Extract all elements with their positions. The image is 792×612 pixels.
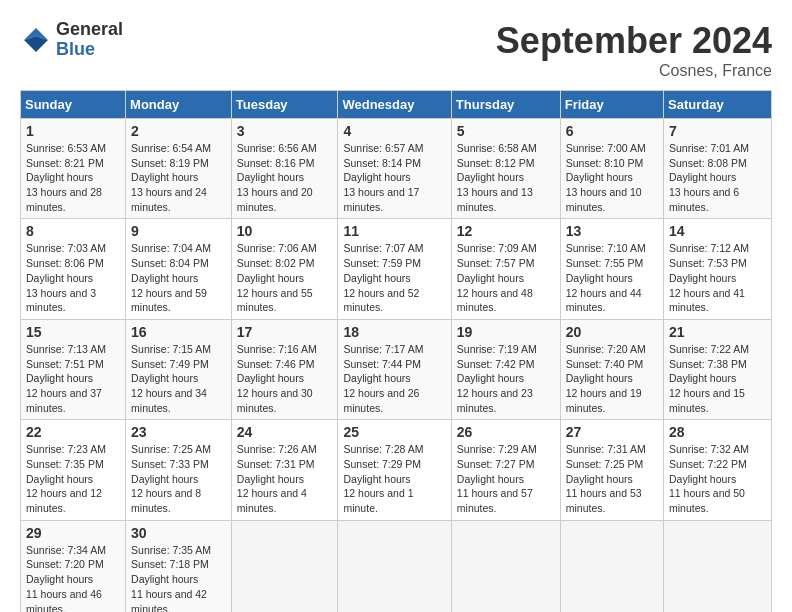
calendar-cell: 21 Sunrise: 7:22 AMSunset: 7:38 PMDaylig… [664, 319, 772, 419]
weekday-header: Tuesday [231, 91, 338, 119]
calendar-cell: 10 Sunrise: 7:06 AMSunset: 8:02 PMDaylig… [231, 219, 338, 319]
calendar-week-row: 29 Sunrise: 7:34 AMSunset: 7:20 PMDaylig… [21, 520, 772, 612]
day-info: Sunrise: 7:17 AMSunset: 7:44 PMDaylight … [343, 343, 423, 414]
calendar-cell: 24 Sunrise: 7:26 AMSunset: 7:31 PMDaylig… [231, 420, 338, 520]
day-info: Sunrise: 7:04 AMSunset: 8:04 PMDaylight … [131, 242, 211, 313]
day-number: 15 [26, 324, 120, 340]
weekday-header: Friday [560, 91, 663, 119]
calendar-cell: 19 Sunrise: 7:19 AMSunset: 7:42 PMDaylig… [451, 319, 560, 419]
calendar-cell [664, 520, 772, 612]
day-info: Sunrise: 7:32 AMSunset: 7:22 PMDaylight … [669, 443, 749, 514]
day-number: 17 [237, 324, 333, 340]
day-info: Sunrise: 7:28 AMSunset: 7:29 PMDaylight … [343, 443, 423, 514]
day-info: Sunrise: 7:12 AMSunset: 7:53 PMDaylight … [669, 242, 749, 313]
weekday-header: Thursday [451, 91, 560, 119]
calendar-cell [560, 520, 663, 612]
calendar-cell [451, 520, 560, 612]
day-number: 23 [131, 424, 226, 440]
calendar-cell: 23 Sunrise: 7:25 AMSunset: 7:33 PMDaylig… [126, 420, 232, 520]
day-info: Sunrise: 7:10 AMSunset: 7:55 PMDaylight … [566, 242, 646, 313]
day-number: 8 [26, 223, 120, 239]
day-info: Sunrise: 7:15 AMSunset: 7:49 PMDaylight … [131, 343, 211, 414]
calendar-cell [338, 520, 451, 612]
calendar-cell: 4 Sunrise: 6:57 AMSunset: 8:14 PMDayligh… [338, 119, 451, 219]
calendar-cell: 17 Sunrise: 7:16 AMSunset: 7:46 PMDaylig… [231, 319, 338, 419]
day-info: Sunrise: 7:26 AMSunset: 7:31 PMDaylight … [237, 443, 317, 514]
calendar-cell: 16 Sunrise: 7:15 AMSunset: 7:49 PMDaylig… [126, 319, 232, 419]
day-number: 13 [566, 223, 658, 239]
day-info: Sunrise: 7:06 AMSunset: 8:02 PMDaylight … [237, 242, 317, 313]
location-title: Cosnes, France [496, 62, 772, 80]
logo: General Blue [20, 20, 123, 60]
day-info: Sunrise: 7:35 AMSunset: 7:18 PMDaylight … [131, 544, 211, 612]
weekday-header-row: SundayMondayTuesdayWednesdayThursdayFrid… [21, 91, 772, 119]
month-title: September 2024 [496, 20, 772, 62]
weekday-header: Wednesday [338, 91, 451, 119]
day-number: 11 [343, 223, 445, 239]
day-info: Sunrise: 6:54 AMSunset: 8:19 PMDaylight … [131, 142, 211, 213]
day-number: 12 [457, 223, 555, 239]
calendar-cell: 18 Sunrise: 7:17 AMSunset: 7:44 PMDaylig… [338, 319, 451, 419]
calendar-week-row: 1 Sunrise: 6:53 AMSunset: 8:21 PMDayligh… [21, 119, 772, 219]
calendar-cell: 15 Sunrise: 7:13 AMSunset: 7:51 PMDaylig… [21, 319, 126, 419]
logo-general: General [56, 20, 123, 40]
calendar-cell: 25 Sunrise: 7:28 AMSunset: 7:29 PMDaylig… [338, 420, 451, 520]
day-info: Sunrise: 7:03 AMSunset: 8:06 PMDaylight … [26, 242, 106, 313]
calendar-cell: 27 Sunrise: 7:31 AMSunset: 7:25 PMDaylig… [560, 420, 663, 520]
calendar-cell: 28 Sunrise: 7:32 AMSunset: 7:22 PMDaylig… [664, 420, 772, 520]
day-number: 30 [131, 525, 226, 541]
day-info: Sunrise: 7:01 AMSunset: 8:08 PMDaylight … [669, 142, 749, 213]
day-info: Sunrise: 6:56 AMSunset: 8:16 PMDaylight … [237, 142, 317, 213]
day-number: 3 [237, 123, 333, 139]
logo-text: General Blue [56, 20, 123, 60]
day-number: 7 [669, 123, 766, 139]
calendar-cell: 29 Sunrise: 7:34 AMSunset: 7:20 PMDaylig… [21, 520, 126, 612]
calendar-week-row: 8 Sunrise: 7:03 AMSunset: 8:06 PMDayligh… [21, 219, 772, 319]
calendar-cell: 11 Sunrise: 7:07 AMSunset: 7:59 PMDaylig… [338, 219, 451, 319]
day-number: 26 [457, 424, 555, 440]
calendar-cell: 1 Sunrise: 6:53 AMSunset: 8:21 PMDayligh… [21, 119, 126, 219]
calendar-cell: 2 Sunrise: 6:54 AMSunset: 8:19 PMDayligh… [126, 119, 232, 219]
day-number: 25 [343, 424, 445, 440]
day-info: Sunrise: 6:57 AMSunset: 8:14 PMDaylight … [343, 142, 423, 213]
calendar-cell: 22 Sunrise: 7:23 AMSunset: 7:35 PMDaylig… [21, 420, 126, 520]
calendar-cell [231, 520, 338, 612]
day-number: 21 [669, 324, 766, 340]
day-info: Sunrise: 7:19 AMSunset: 7:42 PMDaylight … [457, 343, 537, 414]
day-info: Sunrise: 7:29 AMSunset: 7:27 PMDaylight … [457, 443, 537, 514]
day-info: Sunrise: 7:25 AMSunset: 7:33 PMDaylight … [131, 443, 211, 514]
day-number: 1 [26, 123, 120, 139]
calendar-cell: 26 Sunrise: 7:29 AMSunset: 7:27 PMDaylig… [451, 420, 560, 520]
weekday-header: Saturday [664, 91, 772, 119]
calendar-table: SundayMondayTuesdayWednesdayThursdayFrid… [20, 90, 772, 612]
day-info: Sunrise: 6:53 AMSunset: 8:21 PMDaylight … [26, 142, 106, 213]
day-info: Sunrise: 7:20 AMSunset: 7:40 PMDaylight … [566, 343, 646, 414]
calendar-cell: 9 Sunrise: 7:04 AMSunset: 8:04 PMDayligh… [126, 219, 232, 319]
day-number: 24 [237, 424, 333, 440]
calendar-week-row: 22 Sunrise: 7:23 AMSunset: 7:35 PMDaylig… [21, 420, 772, 520]
day-number: 27 [566, 424, 658, 440]
day-number: 19 [457, 324, 555, 340]
calendar-cell: 7 Sunrise: 7:01 AMSunset: 8:08 PMDayligh… [664, 119, 772, 219]
day-info: Sunrise: 7:34 AMSunset: 7:20 PMDaylight … [26, 544, 106, 612]
day-info: Sunrise: 7:16 AMSunset: 7:46 PMDaylight … [237, 343, 317, 414]
page-header: General Blue September 2024 Cosnes, Fran… [20, 20, 772, 80]
day-number: 6 [566, 123, 658, 139]
day-number: 29 [26, 525, 120, 541]
calendar-cell: 8 Sunrise: 7:03 AMSunset: 8:06 PMDayligh… [21, 219, 126, 319]
day-number: 16 [131, 324, 226, 340]
day-number: 18 [343, 324, 445, 340]
day-info: Sunrise: 7:00 AMSunset: 8:10 PMDaylight … [566, 142, 646, 213]
day-info: Sunrise: 7:09 AMSunset: 7:57 PMDaylight … [457, 242, 537, 313]
calendar-cell: 20 Sunrise: 7:20 AMSunset: 7:40 PMDaylig… [560, 319, 663, 419]
day-info: Sunrise: 7:31 AMSunset: 7:25 PMDaylight … [566, 443, 646, 514]
calendar-cell: 12 Sunrise: 7:09 AMSunset: 7:57 PMDaylig… [451, 219, 560, 319]
day-info: Sunrise: 7:22 AMSunset: 7:38 PMDaylight … [669, 343, 749, 414]
calendar-cell: 3 Sunrise: 6:56 AMSunset: 8:16 PMDayligh… [231, 119, 338, 219]
calendar-week-row: 15 Sunrise: 7:13 AMSunset: 7:51 PMDaylig… [21, 319, 772, 419]
day-number: 2 [131, 123, 226, 139]
day-number: 4 [343, 123, 445, 139]
weekday-header: Monday [126, 91, 232, 119]
calendar-cell: 30 Sunrise: 7:35 AMSunset: 7:18 PMDaylig… [126, 520, 232, 612]
day-number: 14 [669, 223, 766, 239]
